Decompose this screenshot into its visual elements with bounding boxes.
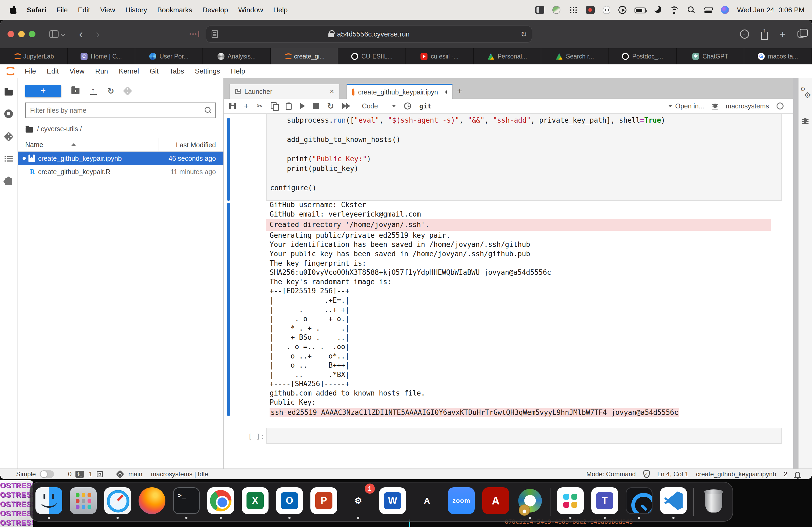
column-last-modified[interactable]: Last Modified bbox=[158, 138, 223, 151]
dock-item-finder[interactable] bbox=[35, 485, 62, 519]
safari-tab-home-c[interactable]: Home | C... bbox=[68, 48, 135, 64]
dock-item-word[interactable]: W bbox=[379, 485, 406, 519]
dock-item-safari[interactable] bbox=[104, 485, 131, 519]
moon-icon[interactable] bbox=[654, 6, 662, 14]
siri-icon[interactable] bbox=[721, 6, 729, 14]
debugger-icon[interactable] bbox=[712, 103, 718, 109]
simple-mode-toggle[interactable] bbox=[40, 470, 54, 478]
jupyterlab-menu-settings[interactable]: Settings bbox=[190, 67, 226, 75]
kernel-name[interactable]: macrosystems bbox=[726, 102, 769, 110]
dock-item-zoom[interactable]: zoom bbox=[448, 485, 475, 519]
menubar-item-bookmarks[interactable]: Bookmarks bbox=[157, 6, 192, 14]
dots-icon[interactable] bbox=[568, 6, 578, 14]
window-zoom-button[interactable] bbox=[29, 31, 35, 37]
menubar-item-file[interactable]: File bbox=[56, 6, 68, 14]
file-browser-icon[interactable] bbox=[4, 90, 13, 95]
stop-icon[interactable] bbox=[313, 103, 319, 109]
dock-item-terminal[interactable]: >_ bbox=[173, 485, 200, 519]
downloads-icon[interactable] bbox=[740, 30, 749, 39]
kernel-status-text[interactable]: macrosystems | Idle bbox=[151, 470, 208, 478]
safari-tab-cu-esiil[interactable]: CU-ESIIL... bbox=[338, 48, 406, 64]
column-name[interactable]: Name bbox=[25, 141, 43, 149]
safari-tab-macos-ta[interactable]: macos ta... bbox=[744, 48, 812, 64]
breadcrumb[interactable]: / cyverse-utils / bbox=[18, 121, 223, 138]
safari-tab-analysis[interactable]: Analysis... bbox=[203, 48, 271, 64]
restart-run-all-icon[interactable] bbox=[342, 103, 351, 109]
new-folder-icon[interactable] bbox=[71, 88, 79, 94]
apple-menu-icon[interactable] bbox=[10, 6, 17, 14]
safari-tab-postdoc[interactable]: Postdoc_... bbox=[609, 48, 677, 64]
extension-manager-icon[interactable] bbox=[5, 178, 12, 185]
jupyterlab-menu-git[interactable]: Git bbox=[144, 67, 164, 75]
output-collapser[interactable] bbox=[227, 203, 230, 416]
new-tab-button[interactable]: + bbox=[780, 30, 786, 39]
safari-tab-user-por[interactable]: User Por... bbox=[135, 48, 203, 64]
empty-code-cell[interactable] bbox=[266, 428, 782, 444]
dock-item-excel[interactable]: X bbox=[242, 485, 269, 519]
forward-button[interactable]: › bbox=[89, 29, 106, 40]
notification-count[interactable]: 2 bbox=[784, 470, 787, 478]
camera-icon[interactable] bbox=[586, 6, 595, 14]
safari-tab-search-r[interactable]: Search r... bbox=[541, 48, 609, 64]
dock-item-slack[interactable] bbox=[557, 485, 584, 519]
share-icon[interactable] bbox=[761, 32, 768, 40]
sidebar-toggle-icon[interactable] bbox=[49, 30, 59, 38]
safari-tab-personal[interactable]: Personal... bbox=[474, 48, 541, 64]
git-branch-name[interactable]: main bbox=[128, 470, 142, 478]
jupyterlab-menu-run[interactable]: Run bbox=[90, 67, 114, 75]
kernel-count[interactable]: 1 bbox=[89, 470, 92, 478]
property-inspector-icon[interactable] bbox=[800, 88, 810, 98]
sort-ascending-icon[interactable] bbox=[71, 143, 76, 146]
dock-item-vpn[interactable] bbox=[517, 485, 543, 519]
url-text[interactable]: a54d5556c.cyverse.run bbox=[337, 30, 409, 39]
dock-item-outlook[interactable]: O bbox=[276, 485, 303, 519]
menubar-item-view[interactable]: View bbox=[100, 6, 115, 14]
code-cell[interactable]: subprocess.run(["eval", "$(ssh-agent -s)… bbox=[266, 114, 782, 201]
ghost-icon[interactable] bbox=[603, 6, 610, 14]
back-button[interactable]: ‹ bbox=[73, 29, 89, 40]
tab-overview-icon[interactable] bbox=[798, 31, 804, 37]
battery-icon[interactable] bbox=[635, 7, 646, 13]
execution-time-icon[interactable] bbox=[404, 103, 411, 109]
tab-overflow-icon[interactable]: ••• bbox=[189, 31, 199, 37]
breadcrumb-path[interactable]: / cyverse-utils / bbox=[37, 125, 82, 133]
dock-item-chrome[interactable] bbox=[207, 485, 234, 519]
dock-item-acrobat[interactable]: A bbox=[482, 485, 509, 519]
scrollbar-track[interactable] bbox=[793, 78, 798, 468]
reload-icon[interactable]: ↻ bbox=[521, 30, 527, 39]
jupyterlab-menu-file[interactable]: File bbox=[19, 67, 41, 75]
restart-kernel-icon[interactable] bbox=[327, 101, 334, 111]
editor-mode[interactable]: Mode: Command bbox=[586, 470, 636, 478]
running-sessions-icon[interactable] bbox=[4, 109, 13, 118]
new-document-tab-button[interactable]: + bbox=[457, 86, 462, 96]
safari-tab-chatgpt[interactable]: ChatGPT bbox=[677, 48, 744, 64]
refresh-icon[interactable] bbox=[107, 86, 114, 96]
jupyterlab-menu-tabs[interactable]: Tabs bbox=[164, 67, 190, 75]
upload-icon[interactable] bbox=[90, 87, 97, 95]
save-icon[interactable] bbox=[229, 103, 236, 109]
dock-item-launchpad[interactable] bbox=[70, 485, 97, 519]
sidebar-chevron-icon[interactable] bbox=[60, 32, 65, 36]
git-clone-icon[interactable] bbox=[123, 86, 132, 95]
window-minimize-button[interactable] bbox=[18, 31, 25, 37]
cell-type-dropdown[interactable]: Code bbox=[362, 102, 396, 110]
menubar-clock[interactable]: Wed Jan 24 3:06 PM bbox=[737, 6, 804, 14]
dock-item-quicktime[interactable] bbox=[626, 485, 653, 519]
dock-item-app-store[interactable]: A bbox=[414, 485, 440, 519]
open-in-dropdown[interactable]: Open in... bbox=[668, 102, 704, 110]
cut-icon[interactable]: ✂ bbox=[257, 102, 263, 110]
menubar-item-safari[interactable]: Safari bbox=[27, 6, 46, 14]
git-icon[interactable] bbox=[4, 132, 14, 142]
bell-icon[interactable] bbox=[795, 472, 800, 477]
filter-files-input[interactable] bbox=[26, 107, 204, 114]
dock-item-trash[interactable] bbox=[700, 485, 727, 519]
safari-tab-jupyterlab[interactable]: JupyterLab bbox=[0, 48, 68, 64]
menubar-item-develop[interactable]: Develop bbox=[202, 6, 228, 14]
dock-item-teams[interactable]: T bbox=[591, 485, 618, 519]
file-row-create-github-keypair-ipynb[interactable]: create_github_keypair.ipynb46 seconds ag… bbox=[18, 152, 223, 165]
code-editor[interactable]: subprocess.run(["eval", "$(ssh-agent -s)… bbox=[267, 114, 781, 193]
paste-icon[interactable] bbox=[286, 103, 292, 110]
close-tab-icon[interactable]: × bbox=[330, 87, 334, 96]
menubar-item-window[interactable]: Window bbox=[238, 6, 263, 14]
file-row-create-github-keypair-r[interactable]: Rcreate_github_keypair.R11 minutes ago bbox=[18, 165, 223, 178]
